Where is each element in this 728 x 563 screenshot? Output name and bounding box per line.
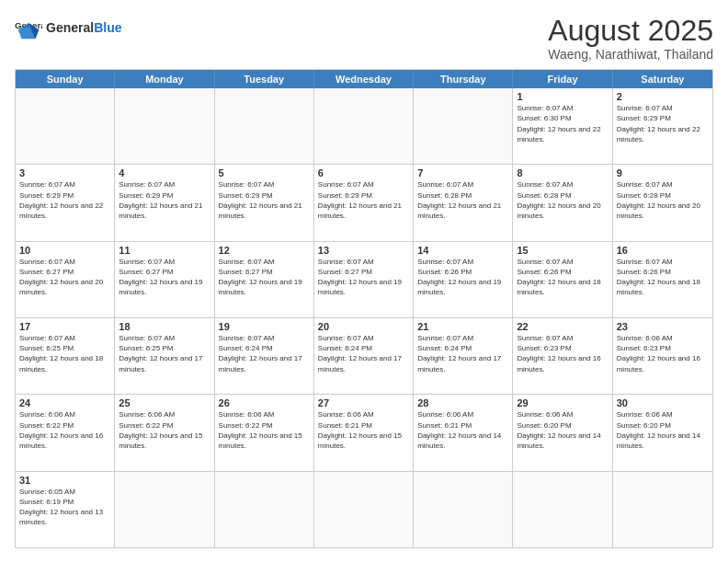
day-info: Sunrise: 6:07 AM Sunset: 6:29 PM Dayligh…: [119, 179, 210, 221]
day-info: Sunrise: 6:07 AM Sunset: 6:29 PM Dayligh…: [617, 103, 709, 144]
day-info: Sunrise: 6:06 AM Sunset: 6:22 PM Dayligh…: [19, 409, 110, 451]
day-number: 1: [517, 91, 608, 102]
day-number: 2: [617, 91, 709, 102]
calendar-day-empty: [414, 472, 513, 547]
day-info: Sunrise: 6:07 AM Sunset: 6:24 PM Dayligh…: [417, 333, 508, 374]
logo-icon: General: [15, 15, 42, 42]
day-number: 6: [318, 167, 409, 178]
day-number: 19: [219, 321, 310, 332]
calendar-body: 1Sunrise: 6:07 AM Sunset: 6:30 PM Daylig…: [16, 88, 712, 547]
calendar-day-14: 14Sunrise: 6:07 AM Sunset: 6:26 PM Dayli…: [414, 242, 513, 317]
calendar-day-12: 12Sunrise: 6:07 AM Sunset: 6:27 PM Dayli…: [215, 242, 314, 317]
day-number: 8: [517, 167, 608, 178]
calendar-day-21: 21Sunrise: 6:07 AM Sunset: 6:24 PM Dayli…: [414, 318, 513, 394]
day-number: 26: [219, 397, 310, 408]
calendar-day-9: 9Sunrise: 6:07 AM Sunset: 6:28 PM Daylig…: [613, 165, 712, 240]
logo-general: General: [46, 20, 94, 35]
calendar-day-empty: [314, 88, 414, 164]
day-number: 9: [617, 167, 709, 178]
calendar-day-10: 10Sunrise: 6:07 AM Sunset: 6:27 PM Dayli…: [16, 242, 115, 317]
calendar-day-empty: [115, 88, 214, 164]
day-number: 16: [617, 245, 709, 256]
calendar-day-empty: [613, 472, 712, 547]
day-number: 23: [617, 321, 709, 332]
day-info: Sunrise: 6:07 AM Sunset: 6:25 PM Dayligh…: [19, 333, 110, 374]
month-title: August 2025: [548, 15, 713, 47]
calendar-week-5: 31Sunrise: 6:05 AM Sunset: 6:19 PM Dayli…: [16, 471, 712, 547]
day-info: Sunrise: 6:05 AM Sunset: 6:19 PM Dayligh…: [19, 487, 110, 528]
weekday-header-friday: Friday: [513, 70, 612, 88]
day-info: Sunrise: 6:07 AM Sunset: 6:29 PM Dayligh…: [318, 179, 409, 221]
weekday-header-wednesday: Wednesday: [314, 70, 414, 88]
day-info: Sunrise: 6:07 AM Sunset: 6:27 PM Dayligh…: [119, 257, 210, 298]
day-number: 27: [318, 397, 409, 408]
calendar-day-4: 4Sunrise: 6:07 AM Sunset: 6:29 PM Daylig…: [115, 165, 214, 240]
calendar-day-empty: [513, 472, 612, 547]
day-number: 11: [119, 245, 210, 256]
day-info: Sunrise: 6:07 AM Sunset: 6:26 PM Dayligh…: [417, 257, 508, 298]
day-info: Sunrise: 6:06 AM Sunset: 6:23 PM Dayligh…: [617, 333, 709, 374]
calendar: SundayMondayTuesdayWednesdayThursdayFrid…: [15, 69, 713, 548]
weekday-header-monday: Monday: [115, 70, 214, 88]
logo-text-area: GeneralBlue: [46, 21, 121, 35]
day-number: 12: [219, 245, 310, 256]
calendar-day-30: 30Sunrise: 6:06 AM Sunset: 6:20 PM Dayli…: [613, 395, 712, 470]
weekday-header-tuesday: Tuesday: [215, 70, 314, 88]
calendar-day-5: 5Sunrise: 6:07 AM Sunset: 6:29 PM Daylig…: [215, 165, 314, 240]
day-info: Sunrise: 6:07 AM Sunset: 6:30 PM Dayligh…: [517, 103, 608, 144]
day-info: Sunrise: 6:07 AM Sunset: 6:24 PM Dayligh…: [318, 333, 409, 374]
calendar-day-empty: [215, 88, 314, 164]
day-info: Sunrise: 6:07 AM Sunset: 6:29 PM Dayligh…: [19, 179, 110, 221]
day-info: Sunrise: 6:07 AM Sunset: 6:29 PM Dayligh…: [219, 179, 310, 221]
day-number: 7: [417, 167, 508, 178]
location: Waeng, Narathiwat, Thailand: [548, 47, 713, 62]
calendar-day-20: 20Sunrise: 6:07 AM Sunset: 6:24 PM Dayli…: [314, 318, 414, 394]
day-number: 15: [517, 245, 608, 256]
logo-blue: Blue: [94, 20, 121, 35]
day-number: 24: [19, 397, 110, 408]
header: General GeneralBlue August 2025 Waeng, N…: [15, 15, 713, 62]
calendar-day-7: 7Sunrise: 6:07 AM Sunset: 6:28 PM Daylig…: [414, 165, 513, 240]
calendar-day-empty: [115, 472, 214, 547]
day-info: Sunrise: 6:06 AM Sunset: 6:22 PM Dayligh…: [219, 409, 310, 451]
calendar-day-2: 2Sunrise: 6:07 AM Sunset: 6:29 PM Daylig…: [613, 88, 712, 164]
day-info: Sunrise: 6:07 AM Sunset: 6:25 PM Dayligh…: [119, 333, 210, 374]
calendar-day-13: 13Sunrise: 6:07 AM Sunset: 6:27 PM Dayli…: [314, 242, 414, 317]
day-number: 25: [119, 397, 210, 408]
calendar-day-empty: [215, 472, 314, 547]
day-number: 4: [119, 167, 210, 178]
calendar-page: General GeneralBlue August 2025 Waeng, N…: [0, 0, 728, 563]
calendar-week-1: 3Sunrise: 6:07 AM Sunset: 6:29 PM Daylig…: [16, 164, 712, 240]
day-number: 18: [119, 321, 210, 332]
calendar-day-27: 27Sunrise: 6:06 AM Sunset: 6:21 PM Dayli…: [314, 395, 414, 470]
calendar-week-3: 17Sunrise: 6:07 AM Sunset: 6:25 PM Dayli…: [16, 317, 712, 394]
day-info: Sunrise: 6:07 AM Sunset: 6:26 PM Dayligh…: [617, 257, 709, 298]
day-info: Sunrise: 6:07 AM Sunset: 6:28 PM Dayligh…: [617, 179, 709, 221]
calendar-day-23: 23Sunrise: 6:06 AM Sunset: 6:23 PM Dayli…: [613, 318, 712, 394]
day-info: Sunrise: 6:06 AM Sunset: 6:21 PM Dayligh…: [417, 409, 508, 451]
day-number: 13: [318, 245, 409, 256]
day-number: 10: [19, 245, 110, 256]
calendar-header: SundayMondayTuesdayWednesdayThursdayFrid…: [16, 70, 712, 88]
calendar-day-22: 22Sunrise: 6:07 AM Sunset: 6:23 PM Dayli…: [513, 318, 612, 394]
day-info: Sunrise: 6:06 AM Sunset: 6:22 PM Dayligh…: [119, 409, 210, 451]
day-number: 31: [19, 475, 110, 486]
day-number: 5: [219, 167, 310, 178]
day-info: Sunrise: 6:06 AM Sunset: 6:21 PM Dayligh…: [318, 409, 409, 451]
calendar-day-15: 15Sunrise: 6:07 AM Sunset: 6:26 PM Dayli…: [513, 242, 612, 317]
day-number: 3: [19, 167, 110, 178]
day-info: Sunrise: 6:07 AM Sunset: 6:27 PM Dayligh…: [219, 257, 310, 298]
day-number: 22: [517, 321, 608, 332]
day-number: 21: [417, 321, 508, 332]
day-number: 30: [617, 397, 709, 408]
calendar-day-3: 3Sunrise: 6:07 AM Sunset: 6:29 PM Daylig…: [16, 165, 115, 240]
calendar-day-empty: [314, 472, 414, 547]
day-info: Sunrise: 6:07 AM Sunset: 6:28 PM Dayligh…: [417, 179, 508, 221]
day-number: 29: [517, 397, 608, 408]
calendar-week-4: 24Sunrise: 6:06 AM Sunset: 6:22 PM Dayli…: [16, 394, 712, 470]
calendar-day-18: 18Sunrise: 6:07 AM Sunset: 6:25 PM Dayli…: [115, 318, 214, 394]
day-number: 14: [417, 245, 508, 256]
calendar-week-0: 1Sunrise: 6:07 AM Sunset: 6:30 PM Daylig…: [16, 88, 712, 164]
weekday-header-thursday: Thursday: [414, 70, 513, 88]
day-info: Sunrise: 6:06 AM Sunset: 6:20 PM Dayligh…: [517, 409, 608, 451]
